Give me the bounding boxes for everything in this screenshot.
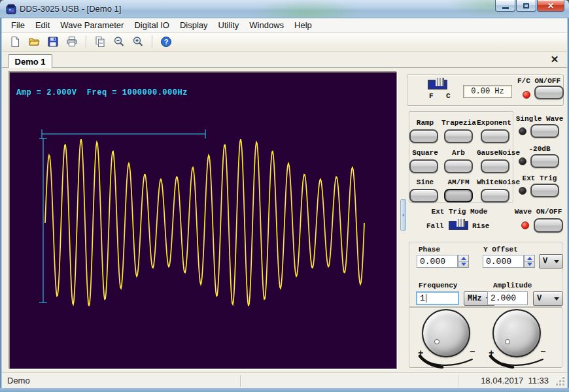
- amplitude-knob[interactable]: [492, 309, 541, 357]
- chevron-down-icon: [554, 260, 559, 263]
- minus20db-button[interactable]: [530, 154, 559, 168]
- tab-bar: Demo 1 ✕: [2, 52, 567, 68]
- ext-trig-led: [519, 187, 526, 195]
- zoom-in-button[interactable]: [130, 34, 146, 50]
- frequency-label: Frequency: [419, 282, 457, 289]
- open-button[interactable]: [26, 34, 42, 50]
- window-title: DDS-3025 USB - [Demo 1]: [20, 4, 121, 14]
- wave-onoff-button[interactable]: [534, 218, 563, 233]
- menu-help[interactable]: Help: [289, 19, 317, 31]
- copy-button[interactable]: [92, 34, 108, 50]
- menu-wave-parameter[interactable]: Wave Parameter: [55, 19, 129, 31]
- square-button[interactable]: [409, 159, 438, 173]
- menu-utility[interactable]: Utility: [213, 19, 245, 31]
- menu-edit[interactable]: Edit: [30, 19, 55, 31]
- wave-label-square: Square: [412, 149, 438, 157]
- wave-label-trapezia: Trapezia: [441, 119, 476, 127]
- open-folder-icon: [28, 36, 40, 48]
- ext-trig-label: Ext Trig: [513, 174, 566, 182]
- amplitude-knob-unit: + −: [484, 308, 549, 368]
- frequency-input[interactable]: 1: [416, 291, 459, 305]
- maximize-button[interactable]: [516, 0, 536, 12]
- print-button[interactable]: [64, 34, 80, 50]
- menu-windows[interactable]: Windows: [244, 19, 289, 31]
- tab-close-icon[interactable]: ✕: [549, 54, 560, 65]
- amplitude-label: Amplitude: [493, 282, 532, 289]
- exponent-button[interactable]: [481, 129, 509, 143]
- new-document-icon: [9, 36, 21, 48]
- y-offset-input[interactable]: 0.000: [483, 255, 524, 268]
- phase-stepper[interactable]: [458, 255, 469, 268]
- chevron-right-icon: ›: [402, 212, 404, 218]
- trig-edge-switch[interactable]: [449, 221, 468, 230]
- step-down-icon[interactable]: [525, 262, 534, 268]
- minus20db-led: [519, 157, 526, 165]
- fc-switch[interactable]: [428, 80, 447, 90]
- zoom-out-button[interactable]: [111, 34, 127, 50]
- amplitude-unit-select[interactable]: V: [533, 291, 563, 306]
- gausenoise-button[interactable]: [481, 159, 509, 173]
- status-datetime: 18.04.2017 11:33: [481, 376, 549, 385]
- whitenoise-button[interactable]: [481, 189, 509, 203]
- panel-splitter[interactable]: ›: [400, 199, 406, 231]
- new-document-button[interactable]: [7, 34, 23, 50]
- y-offset-unit-select[interactable]: V: [539, 254, 563, 269]
- scope-readout: Amp = 2.000V Freq = 1000000.000Hz: [16, 88, 188, 97]
- fc-label-c: C: [446, 92, 451, 100]
- waveform-trace: [45, 139, 364, 306]
- knob-indicator-dot: [505, 339, 510, 344]
- app-window: DDS-3025 USB - [Demo 1] ✕ File Edit Wave…: [0, 0, 569, 392]
- wave-type-group: Ramp Trapezia Exponent Square Arb GauseN…: [409, 111, 513, 203]
- parameter-group: Phase 0.000 Y Offset 0.000 V Frequency 1…: [409, 242, 562, 307]
- toolbar-separator: [152, 35, 152, 48]
- waveform-svg: [10, 73, 396, 368]
- knob-rotation-arc: [484, 354, 549, 368]
- menu-file[interactable]: File: [6, 19, 30, 31]
- amplitude-input[interactable]: 2.000: [487, 291, 528, 305]
- arb-button[interactable]: [444, 159, 473, 173]
- zoom-out-icon: [113, 36, 125, 48]
- status-divider: [240, 375, 241, 387]
- fc-onoff-button[interactable]: [534, 86, 564, 99]
- save-button[interactable]: [45, 34, 61, 50]
- ramp-button[interactable]: [409, 129, 438, 143]
- single-wave-button[interactable]: [530, 124, 559, 138]
- amfm-button[interactable]: [444, 189, 473, 203]
- copy-icon: [94, 36, 106, 48]
- trapezia-button[interactable]: [444, 129, 473, 143]
- chevron-down-icon: [554, 297, 559, 301]
- print-icon: [66, 36, 78, 48]
- y-offset-stepper[interactable]: [524, 255, 535, 268]
- side-button-column: Single Wave -20dB Ext Trig: [513, 111, 566, 203]
- wave-label-exponent: Exponent: [477, 119, 511, 127]
- frequency-knob[interactable]: [422, 309, 470, 357]
- menu-display[interactable]: Display: [175, 19, 213, 31]
- ext-trig-button[interactable]: [530, 184, 559, 197]
- minimize-button[interactable]: [495, 0, 515, 12]
- waveform-display: Amp = 2.000V Freq = 1000000.000Hz: [9, 72, 397, 369]
- sine-button[interactable]: [409, 189, 438, 203]
- resize-grip[interactable]: [556, 377, 564, 385]
- y-offset-label: Y Offset: [483, 246, 518, 253]
- phase-label: Phase: [419, 246, 440, 253]
- rise-label: Rise: [472, 222, 489, 230]
- menu-bar: File Edit Wave Parameter Digital IO Disp…: [2, 18, 567, 33]
- knob-indicator-dot: [434, 339, 440, 344]
- tab-demo1[interactable]: Demo 1: [8, 54, 52, 68]
- maximize-icon: [523, 3, 529, 8]
- toolbar: ?: [2, 33, 567, 52]
- close-button[interactable]: ✕: [537, 0, 564, 12]
- step-down-icon[interactable]: [458, 262, 468, 268]
- app-icon: [6, 4, 16, 14]
- wave-label-amfm: AM/FM: [447, 178, 469, 186]
- fall-label: Fall: [426, 222, 443, 230]
- step-up-icon[interactable]: [525, 255, 534, 262]
- fc-group: F C 0.00 Hz F/C ON/OFF: [407, 74, 564, 106]
- toolbar-separator: [86, 35, 86, 48]
- ext-trig-mode-title: Ext Trig Mode: [419, 208, 500, 216]
- text-caret: [426, 294, 426, 302]
- help-button[interactable]: ?: [158, 34, 174, 50]
- phase-input[interactable]: 0.000: [417, 255, 458, 268]
- menu-digital-io[interactable]: Digital IO: [129, 19, 174, 31]
- step-up-icon[interactable]: [458, 255, 468, 262]
